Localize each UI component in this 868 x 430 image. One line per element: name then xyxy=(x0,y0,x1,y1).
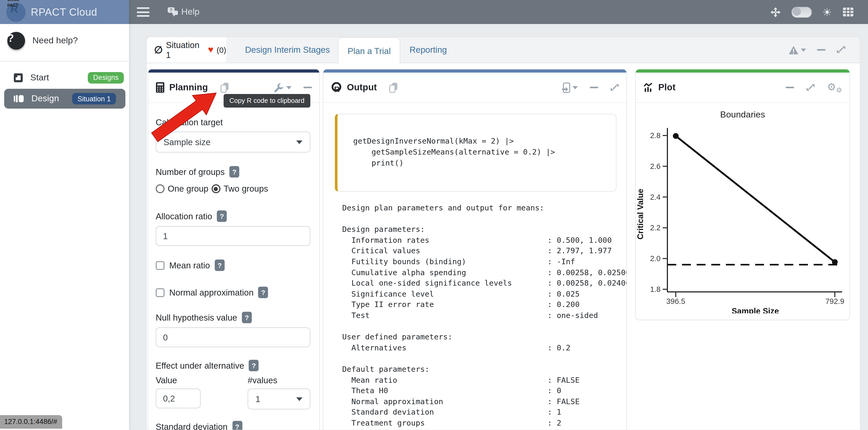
tab-reporting[interactable]: Reporting xyxy=(410,45,447,55)
collapse-plot-icon[interactable] xyxy=(786,87,794,88)
topbar-right-icons: ☀ xyxy=(770,6,854,18)
theme-toggle[interactable] xyxy=(791,6,812,18)
copy-icon xyxy=(389,82,399,93)
need-help-link[interactable]: ? Need help? xyxy=(0,24,129,57)
allocation-ratio-label: Allocation ratio ? xyxy=(156,210,310,222)
null-hypothesis-input[interactable] xyxy=(156,327,310,347)
allocation-ratio-input[interactable] xyxy=(156,226,310,246)
collapse-planning-icon[interactable] xyxy=(304,87,312,88)
output-panel: R Output xyxy=(323,69,627,430)
heart-icon[interactable]: ♥ xyxy=(208,44,213,55)
export-file-icon xyxy=(562,82,570,93)
output-accent-bar xyxy=(323,69,626,73)
output-text: Design plan parameters and output for me… xyxy=(323,203,626,428)
r-code: getDesignInverseNormal(kMax = 2) |> getS… xyxy=(338,114,616,168)
table-grid-icon[interactable] xyxy=(842,7,854,17)
red-annotation-arrow xyxy=(151,88,224,145)
output-line: Critical values: 2.797, 1.977 xyxy=(342,246,626,256)
r-logo-icon: R xyxy=(331,82,342,93)
expand-plot-icon[interactable] xyxy=(806,83,815,92)
collapse-icon[interactable] xyxy=(817,49,826,51)
output-title: Output xyxy=(347,82,377,93)
output-line: Normal approximation: FALSE xyxy=(342,396,626,407)
chart-text: 2.2 xyxy=(650,224,660,232)
expand-icon[interactable] xyxy=(836,45,846,55)
output-line: Mean ratio: FALSE xyxy=(342,375,626,385)
plot-accent-bar xyxy=(636,69,849,73)
help-button[interactable]: ? Help xyxy=(167,7,199,17)
null-hypothesis-text: Null hypothesis value xyxy=(156,312,237,323)
hamburger-menu-icon[interactable] xyxy=(137,7,149,17)
planning-form: Calculation target Sample size Number of… xyxy=(148,118,319,430)
normal-approximation-checkbox[interactable]: Normal approximation ? xyxy=(156,287,310,298)
situation-tab[interactable]: ∅ Situation 1 ♥ (0) xyxy=(147,37,226,63)
expand-output-icon[interactable] xyxy=(610,83,619,92)
warnings-dropdown[interactable] xyxy=(788,45,806,55)
output-line: Local one-sided significance levels: 0.0… xyxy=(342,278,626,289)
output-line xyxy=(342,213,626,224)
copy-output-button[interactable] xyxy=(389,82,399,93)
tab-strip: ∅ Situation 1 ♥ (0) Design Interim Stage… xyxy=(147,37,860,63)
chart-text: Critical Value xyxy=(636,189,645,240)
tab-plan-a-trial[interactable]: Plan a Trial xyxy=(338,37,400,64)
radio-one-group[interactable]: One group xyxy=(156,184,209,194)
situation-label: Situation 1 xyxy=(166,40,203,60)
sidebar-divider xyxy=(0,61,129,62)
chart-text: 2.8 xyxy=(650,131,660,140)
warning-triangle-icon xyxy=(788,45,799,55)
planning-accent-bar xyxy=(148,69,319,73)
help-icon[interactable]: ? xyxy=(232,421,242,430)
output-line: Significance level: 0.025 xyxy=(342,289,626,299)
svg-text:R: R xyxy=(334,85,340,93)
brightness-sun-icon[interactable]: ☀ xyxy=(822,6,832,18)
help-icon[interactable]: ? xyxy=(229,166,239,177)
output-line: Information rates: 0.500, 1.000 xyxy=(342,235,626,246)
output-line: Alternatives: 0.2 xyxy=(342,342,626,353)
design-icon xyxy=(13,94,24,103)
sidebar-item-start[interactable]: Start Designs xyxy=(0,68,129,87)
chevron-down-icon xyxy=(296,140,303,144)
fullscreen-icon[interactable] xyxy=(770,6,781,18)
help-icon[interactable]: ? xyxy=(242,312,252,323)
app-title: RPACT Cloud xyxy=(31,6,97,18)
effect-under-alternative-label: Effect under alternative ? xyxy=(156,360,310,371)
plot-title: Plot xyxy=(658,82,676,93)
nvalues-select[interactable]: 1 xyxy=(248,389,310,409)
plot-settings-button[interactable]: ⚙⚙ xyxy=(827,82,842,93)
chart-text: 2.0 xyxy=(650,254,660,263)
standard-deviation-label: Standard deviation ? xyxy=(156,421,310,430)
app-window: R PACT Cloud RPACT Cloud ? Need help? St… xyxy=(0,0,868,430)
effect-value-input[interactable] xyxy=(156,389,200,408)
mean-ratio-checkbox[interactable]: Mean ratio ? xyxy=(156,260,310,271)
rpact-logo-icon: R PACT Cloud xyxy=(6,2,26,22)
export-dropdown[interactable] xyxy=(562,82,578,93)
sidebar-header: R PACT Cloud RPACT Cloud xyxy=(0,0,129,24)
collapse-output-icon[interactable] xyxy=(590,87,598,88)
boundaries-chart: 2.82.62.42.22.01.8396.5792.9Critical Val… xyxy=(636,120,849,313)
radio-two-groups[interactable]: Two groups xyxy=(212,184,268,194)
topbar: ? Help ☀ xyxy=(129,0,868,24)
checkbox-icon xyxy=(156,288,164,297)
tab-design-interim-stages[interactable]: Design Interim Stages xyxy=(245,45,330,55)
number-of-groups-text: Number of groups xyxy=(156,167,225,177)
standard-deviation-text: Standard deviation xyxy=(156,422,227,430)
start-icon xyxy=(13,73,23,82)
chart-text: 792.9 xyxy=(826,297,844,305)
help-icon[interactable]: ? xyxy=(215,260,225,271)
copy-tooltip: Copy R code to clipboard xyxy=(224,94,310,107)
sidebar-item-label: Design xyxy=(31,94,65,104)
help-icon[interactable]: ? xyxy=(249,360,259,371)
help-icon[interactable]: ? xyxy=(217,210,227,222)
r-code-block[interactable]: getDesignInverseNormal(kMax = 2) |> getS… xyxy=(335,114,616,192)
output-line: User defined parameters: xyxy=(342,332,626,342)
effect-text: Effect under alternative xyxy=(156,361,244,370)
chevron-down-icon xyxy=(296,397,303,401)
question-circle-icon: ? xyxy=(7,32,25,49)
chart-text: 396.5 xyxy=(666,297,685,305)
help-icon[interactable]: ? xyxy=(258,287,268,298)
tools-dropdown[interactable] xyxy=(274,82,291,93)
radio-label: Two groups xyxy=(224,184,268,194)
sidebar-item-design[interactable]: Design Situation 1 xyxy=(4,89,125,109)
heart-count: (0) xyxy=(217,45,226,54)
nvalues-column-label: #values xyxy=(248,375,310,385)
